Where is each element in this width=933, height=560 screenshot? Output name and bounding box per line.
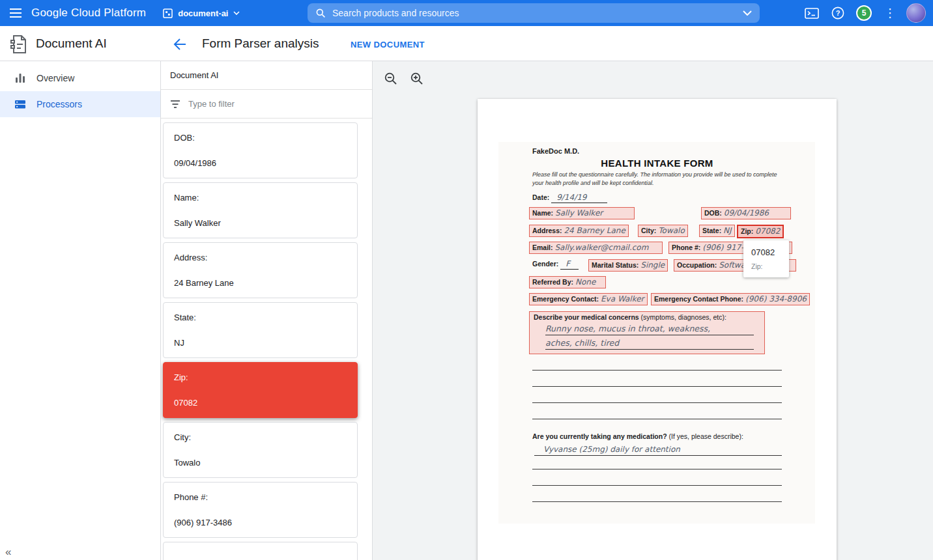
ruled-line bbox=[532, 485, 782, 486]
doc-medication-label: Are you currently taking any medication? bbox=[532, 432, 667, 440]
collapse-nav-icon[interactable]: « bbox=[5, 546, 11, 559]
doc-medication-answer: Vyvanse (25mg) daily for attention bbox=[534, 445, 782, 456]
field-label: Name: bbox=[174, 193, 347, 203]
zoom-in-icon[interactable] bbox=[405, 67, 429, 91]
doc-label-dob: DOB: bbox=[704, 209, 722, 217]
doc-field-name[interactable]: Name: Sally Walker bbox=[529, 207, 635, 219]
field-label: DOB: bbox=[174, 133, 347, 143]
doc-field-marital[interactable]: Marital Status: Single bbox=[588, 259, 668, 272]
doc-form-title: HEALTH INTAKE FORM bbox=[478, 158, 837, 169]
sidebar-item-processors[interactable]: Processors bbox=[0, 91, 160, 117]
search-icon bbox=[315, 8, 326, 18]
search-expand-chevron-icon[interactable] bbox=[743, 10, 752, 16]
more-options-icon[interactable]: ⋮ bbox=[877, 0, 903, 26]
field-value: Towalo bbox=[174, 458, 347, 468]
doc-concerns-line1: Runny nose, mucus in throat, weakness, bbox=[545, 324, 754, 335]
zoom-out-icon[interactable] bbox=[379, 67, 403, 91]
page-title: Form Parser analysis bbox=[202, 36, 319, 51]
doc-value-emergency-phone: (906) 334-8906 bbox=[745, 294, 807, 303]
doc-field-referred[interactable]: Referred By: None bbox=[529, 276, 606, 288]
doc-field-date: Date: 9/14/19 bbox=[532, 193, 607, 203]
field-card-state[interactable]: State: NJ bbox=[163, 302, 358, 358]
back-button[interactable] bbox=[171, 35, 189, 53]
search-input[interactable] bbox=[332, 8, 743, 18]
field-card-phone[interactable]: Phone #: (906) 917-3486 bbox=[163, 482, 358, 538]
doc-row-date: Date: 9/14/19 bbox=[478, 193, 837, 208]
field-label: City: bbox=[174, 432, 347, 442]
doc-medication-sublabel: (If yes, please describe): bbox=[668, 432, 743, 440]
doc-label-city: City: bbox=[641, 227, 656, 234]
filter-icon bbox=[170, 100, 180, 108]
doc-field-emergency-contact[interactable]: Emergency Contact: Eva Walker bbox=[529, 293, 648, 305]
doc-field-city[interactable]: City: Towalo bbox=[638, 225, 688, 237]
doc-field-state[interactable]: State: NJ bbox=[699, 225, 735, 237]
doc-medication-question: Are you currently taking any medication?… bbox=[532, 432, 743, 440]
doc-field-dob[interactable]: DOB: 09/04/1986 bbox=[701, 207, 791, 219]
doc-field-zip-selected[interactable]: Zip: 07082 bbox=[737, 225, 784, 238]
doc-row-referred: Referred By: None bbox=[478, 276, 837, 292]
doc-label-address: Address: bbox=[532, 227, 562, 234]
cloud-shell-icon[interactable] bbox=[799, 0, 825, 26]
document-viewer: FakeDoc M.D. HEALTH INTAKE FORM Please f… bbox=[373, 61, 933, 560]
sidebar-item-overview[interactable]: Overview bbox=[0, 65, 160, 91]
doc-label-zip: Zip: bbox=[741, 227, 753, 235]
doc-field-email[interactable]: Email: Sally.walker@cmail.com bbox=[529, 242, 663, 254]
doc-label-marital: Marital Status: bbox=[592, 261, 639, 269]
global-search[interactable] bbox=[308, 3, 760, 23]
field-card-address[interactable]: Address: 24 Barney Lane bbox=[163, 242, 358, 298]
doc-field-emergency-phone[interactable]: Emergency Contact Phone: (906) 334-8906 bbox=[651, 293, 810, 305]
notifications-badge[interactable]: 5 bbox=[851, 0, 877, 26]
doc-label-gender: Gender: bbox=[532, 260, 558, 268]
processors-icon bbox=[14, 98, 26, 110]
menu-icon[interactable] bbox=[0, 0, 31, 26]
doc-label-referred: Referred By: bbox=[532, 278, 573, 286]
doc-field-medical-concerns[interactable]: Describe your medical concerns (symptoms… bbox=[529, 311, 765, 354]
doc-concerns-heading: Describe your medical concerns (symptoms… bbox=[534, 313, 760, 321]
sidebar-item-label: Overview bbox=[36, 73, 74, 83]
project-name: document-ai bbox=[178, 8, 228, 18]
field-tooltip: 07082 Zip: bbox=[743, 240, 789, 277]
doc-row-address: Address: 24 Barney Lane City: Towalo Sta… bbox=[478, 225, 837, 240]
doc-row-name: Name: Sally Walker DOB: 09/04/1986 bbox=[478, 207, 837, 223]
doc-value-city: Towalo bbox=[658, 226, 684, 235]
field-value: 07082 bbox=[174, 398, 347, 408]
topbar-actions: ? 5 ⋮ bbox=[799, 0, 929, 26]
doc-value-referred: None bbox=[575, 277, 596, 287]
doc-field-address[interactable]: Address: 24 Barney Lane bbox=[529, 225, 629, 237]
field-card-name[interactable]: Name: Sally Walker bbox=[163, 182, 358, 238]
project-selector[interactable]: document-ai bbox=[163, 8, 240, 18]
filter-input[interactable] bbox=[188, 99, 363, 109]
new-document-button[interactable]: NEW DOCUMENT bbox=[351, 40, 425, 49]
app-title: Document AI bbox=[36, 36, 107, 51]
project-icon bbox=[163, 8, 173, 18]
avatar bbox=[906, 3, 926, 23]
sidebar-item-label: Processors bbox=[36, 99, 82, 109]
gcp-logo[interactable]: Google Cloud Platform bbox=[31, 7, 146, 20]
app-header: Document AI Form Parser analysis NEW DOC… bbox=[0, 26, 933, 61]
account-menu[interactable] bbox=[903, 0, 929, 26]
field-card-zip[interactable]: Zip: 07082 bbox=[163, 362, 358, 418]
overview-icon bbox=[14, 72, 26, 84]
field-label: Phone #: bbox=[174, 492, 347, 502]
doc-value-marital: Single bbox=[640, 260, 665, 270]
ruled-line bbox=[532, 469, 782, 469]
doc-concerns-line2: aches, chills, tired bbox=[545, 338, 754, 350]
doc-value-medication: Vyvanse (25mg) daily for attention bbox=[543, 445, 680, 454]
fields-list: DOB: 09/04/1986 Name: Sally Walker Addre… bbox=[161, 119, 372, 560]
ruled-line bbox=[532, 386, 782, 387]
ruled-line bbox=[532, 370, 782, 371]
help-icon[interactable]: ? bbox=[825, 0, 851, 26]
doc-field-gender: Gender: F bbox=[532, 259, 579, 270]
field-card-partial[interactable] bbox=[163, 542, 358, 560]
field-card-dob[interactable]: DOB: 09/04/1986 bbox=[163, 122, 358, 178]
document-page[interactable]: FakeDoc M.D. HEALTH INTAKE FORM Please f… bbox=[478, 99, 837, 560]
tooltip-value: 07082 bbox=[751, 247, 781, 257]
notification-count: 5 bbox=[856, 5, 872, 21]
field-label: State: bbox=[174, 313, 347, 322]
field-card-city[interactable]: City: Towalo bbox=[163, 422, 358, 478]
doc-value-date: 9/14/19 bbox=[551, 193, 607, 203]
doc-row-emergency: Emergency Contact: Eva Walker Emergency … bbox=[478, 293, 837, 309]
doc-value-emergency-contact: Eva Walker bbox=[601, 294, 644, 303]
doc-label-email: Email: bbox=[532, 244, 553, 251]
chevron-down-icon bbox=[233, 11, 240, 15]
